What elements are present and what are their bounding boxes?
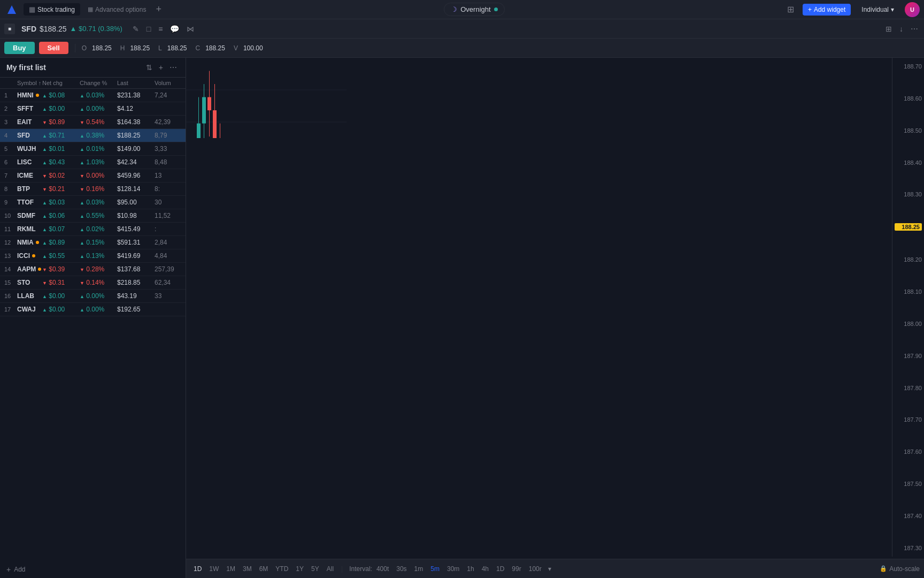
interval-option-button[interactable]: 5m: [427, 564, 443, 574]
timeframe-button[interactable]: 6M: [256, 564, 272, 574]
add-symbol-row[interactable]: + Add: [0, 561, 186, 578]
col-last[interactable]: Last: [117, 80, 155, 86]
last-price: $164.38: [117, 118, 155, 126]
change-pct: ▲ 0.03%: [80, 199, 117, 206]
layout-icon[interactable]: ⊞: [785, 2, 796, 17]
sell-button[interactable]: Sell: [39, 42, 68, 54]
col-symbol[interactable]: Symbol ↑: [17, 80, 42, 86]
interval-option-button[interactable]: 1h: [464, 564, 477, 574]
timeframe-button[interactable]: 1W: [206, 564, 222, 574]
align-icon[interactable]: ≡: [157, 23, 164, 35]
interval-chevron-icon[interactable]: ▾: [548, 565, 551, 573]
sort-icon[interactable]: ⇅: [144, 62, 155, 73]
col-volume[interactable]: Volum: [155, 80, 181, 86]
square-icon[interactable]: □: [145, 23, 152, 35]
timeframe-button[interactable]: 1Y: [292, 564, 307, 574]
add-widget-button[interactable]: + Add widget: [803, 4, 851, 16]
comment-icon[interactable]: 💬: [168, 23, 181, 35]
pencil-icon[interactable]: ✎: [131, 23, 141, 35]
stock-symbol: SFFT: [17, 105, 42, 112]
v-value: 100.00: [243, 44, 263, 52]
timeframe-button[interactable]: 1D: [190, 564, 205, 574]
table-row[interactable]: 15 STO ▼ $0.31 ▼ 0.14% $218.85 62,34: [0, 276, 186, 290]
timeframe-button[interactable]: All: [324, 564, 337, 574]
price-display: $188.25: [40, 25, 67, 33]
download-icon[interactable]: ↓: [898, 23, 905, 35]
more-icon[interactable]: ⋯: [909, 23, 920, 35]
stocks-scroll-area[interactable]: 1 HMNI ▲ $0.08 ▲ 0.03% $231.38 7,24 2 SF…: [0, 89, 186, 561]
star-icon[interactable]: ⊞: [884, 23, 894, 35]
buy-button[interactable]: Buy: [4, 42, 35, 54]
table-row[interactable]: 10 SDMF ▲ $0.06 ▲ 0.55% $10.98 11,52: [0, 209, 186, 223]
row-number: 6: [4, 159, 17, 165]
list-options-button[interactable]: ⋯: [167, 62, 179, 73]
interval-bar: 1D1W1M3M6MYTD1Y5YAll|Interval:400t30s1m5…: [186, 559, 924, 578]
table-row[interactable]: 6 LISC ▲ $0.43 ▲ 1.03% $42.34 8,48: [0, 156, 186, 169]
chart-area[interactable]: 188.70188.60188.50188.40188.30188.25188.…: [186, 58, 924, 578]
change-pct: ▼ 0.54%: [80, 118, 117, 126]
net-change: ▼ $0.89: [42, 118, 80, 126]
last-price: $42.34: [117, 158, 155, 166]
interval-option-button[interactable]: 100r: [526, 564, 545, 574]
table-row[interactable]: 12 NMIA ▲ $0.89 ▲ 0.15% $591.31 2,84: [0, 236, 186, 249]
row-number: 2: [4, 105, 17, 112]
chart-type-icon[interactable]: ⋈: [185, 23, 196, 35]
interval-option-button[interactable]: 1D: [493, 564, 507, 574]
table-row[interactable]: 17 CWAJ ▲ $0.00 ▲ 0.00% $192.65: [0, 303, 186, 316]
row-number: 17: [4, 306, 17, 313]
toolbar-icons: ✎ □ ≡ 💬 ⋈: [131, 23, 196, 35]
avatar[interactable]: U: [905, 2, 920, 17]
table-row[interactable]: 8 BTP ▼ $0.21 ▼ 0.16% $128.14 8:: [0, 182, 186, 196]
separator: |: [341, 565, 343, 573]
table-row[interactable]: 13 ICCI ▲ $0.55 ▲ 0.13% $419.69 4,84: [0, 249, 186, 263]
status-dot: [36, 241, 39, 244]
col-net-chg[interactable]: Net chg: [42, 80, 80, 86]
interval-option-button[interactable]: 4h: [479, 564, 492, 574]
table-row[interactable]: 14 AAPM ▼ $0.39 ▼ 0.28% $137.68 257,39: [0, 263, 186, 276]
table-row[interactable]: 2 SFFT ▲ $0.00 ▲ 0.00% $4.12: [0, 102, 186, 116]
volume: 33: [155, 292, 181, 300]
change-pct: ▲ 0.38%: [80, 132, 117, 139]
interval-option-button[interactable]: 400t: [373, 564, 392, 574]
stock-symbol: SFD: [17, 132, 42, 139]
timeframe-button[interactable]: 5Y: [308, 564, 322, 574]
add-tab-button[interactable]: +: [153, 4, 164, 15]
tab-stock-trading[interactable]: ▦ Stock trading: [24, 3, 80, 16]
col-change-pct[interactable]: Change %: [80, 80, 117, 86]
last-price: $218.85: [117, 279, 155, 286]
price-label: 188.60: [895, 95, 922, 102]
timeframe-button[interactable]: 3M: [240, 564, 255, 574]
overnight-button[interactable]: ☽ Overnight: [444, 3, 504, 16]
add-list-item-button[interactable]: +: [157, 62, 165, 73]
net-change: ▲ $0.08: [42, 92, 80, 99]
interval-option-button[interactable]: 30s: [393, 564, 410, 574]
table-row[interactable]: 7 ICME ▼ $0.02 ▼ 0.00% $459.96 13: [0, 169, 186, 182]
table-row[interactable]: 5 WUJH ▲ $0.01 ▲ 0.01% $149.00 3,33: [0, 142, 186, 156]
table-row[interactable]: 1 HMNI ▲ $0.08 ▲ 0.03% $231.38 7,24: [0, 89, 186, 102]
row-number: 3: [4, 119, 17, 125]
app-logo[interactable]: [4, 2, 19, 17]
interval-option-button[interactable]: 30m: [444, 564, 463, 574]
square-stop-button[interactable]: ■: [4, 24, 15, 34]
change-pct: ▲ 0.02%: [80, 225, 117, 233]
table-row[interactable]: 3 EAIT ▼ $0.89 ▼ 0.54% $164.38 42,39: [0, 116, 186, 129]
table-row[interactable]: 11 RKML ▲ $0.07 ▲ 0.02% $415.49 :: [0, 223, 186, 236]
timeframe-button[interactable]: YTD: [272, 564, 291, 574]
auto-scale-button[interactable]: 🔒Auto-scale: [880, 565, 920, 573]
net-change: ▲ $0.07: [42, 225, 80, 233]
timeframe-button[interactable]: 1M: [223, 564, 238, 574]
row-number: 15: [4, 279, 17, 286]
interval-option-button[interactable]: 99r: [509, 564, 524, 574]
table-row[interactable]: 4 SFD ▲ $0.71 ▲ 0.38% $188.25 8,79: [0, 129, 186, 142]
table-row[interactable]: 9 TTOF ▲ $0.03 ▲ 0.03% $95.00 30: [0, 196, 186, 209]
last-price: $10.98: [117, 212, 155, 219]
row-number: 12: [4, 239, 17, 246]
topbar-right: ⊞ + Add widget Individual ▾ U: [785, 2, 920, 17]
interval-option-button[interactable]: 1m: [411, 564, 427, 574]
volume: 8,48: [155, 158, 181, 166]
individual-button[interactable]: Individual ▾: [857, 4, 898, 16]
tab-advanced-options[interactable]: ▦ Advanced options: [82, 4, 151, 16]
table-row[interactable]: 16 LLAB ▲ $0.00 ▲ 0.00% $43.19 33: [0, 290, 186, 303]
stock-symbol: STO: [17, 279, 42, 286]
change-pct: ▼ 0.16%: [80, 185, 117, 193]
